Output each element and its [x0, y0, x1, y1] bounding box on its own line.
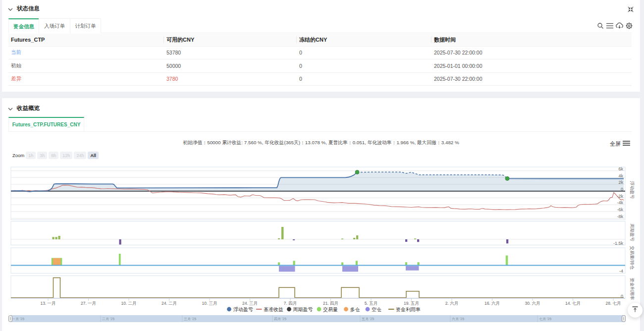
- svg-text:资金利用率: 资金利用率: [630, 278, 635, 300]
- svg-text:四月 ′25: 四月 ′25: [274, 317, 286, 321]
- svg-text:资金利用率: 资金利用率: [396, 307, 421, 312]
- svg-text:七月 ′25: 七月 ′25: [539, 317, 551, 321]
- svg-text:24. 三月: 24. 三月: [242, 301, 258, 306]
- svg-text:2k: 2k: [618, 180, 623, 185]
- svg-text:10. 二月: 10. 二月: [121, 301, 136, 306]
- svg-text:多仓: 多仓: [350, 307, 360, 312]
- svg-text:-8k: -8k: [617, 214, 623, 219]
- svg-text:周期盈亏: 周期盈亏: [630, 223, 635, 241]
- svg-text:27. 一月: 27. 一月: [81, 301, 96, 306]
- svg-text:浮动盈亏: 浮动盈亏: [233, 307, 253, 312]
- svg-text:基准收益: 基准收益: [264, 307, 283, 312]
- svg-text:五月 ′25: 五月 ′25: [362, 317, 374, 321]
- svg-text:16. 六月: 16. 六月: [484, 301, 500, 306]
- svg-text:-4k: -4k: [617, 200, 623, 205]
- svg-text:7. 四月: 7. 四月: [284, 301, 297, 306]
- svg-text:浮动盈亏: 浮动盈亏: [630, 181, 635, 199]
- svg-text:三月 ′25: 三月 ′25: [184, 317, 196, 321]
- svg-text:30. 六月: 30. 六月: [525, 301, 540, 306]
- svg-text:周期盈亏: 周期盈亏: [293, 307, 313, 312]
- svg-text:-4: -4: [619, 269, 623, 274]
- svg-text:5. 五月: 5. 五月: [365, 301, 377, 306]
- svg-text:交易量/持仓: 交易量/持仓: [630, 246, 635, 270]
- svg-text:28. 七月: 28. 七月: [605, 301, 621, 306]
- svg-text:空仓: 空仓: [372, 307, 381, 312]
- svg-text:交易量: 交易量: [323, 307, 338, 312]
- svg-text:10. 三月: 10. 三月: [202, 301, 217, 306]
- svg-text:19. 五月: 19. 五月: [404, 301, 419, 306]
- svg-text:-1.5k: -1.5k: [613, 241, 624, 246]
- svg-text:21. 四月: 21. 四月: [323, 301, 338, 306]
- svg-text:-6k: -6k: [617, 207, 623, 212]
- svg-text:14. 七月: 14. 七月: [565, 301, 581, 306]
- svg-text:0: 0: [621, 187, 623, 192]
- svg-text:24. 二月: 24. 二月: [161, 301, 177, 306]
- svg-text:六月 ′25: 六月 ′25: [452, 317, 464, 321]
- svg-text:2. 六月: 2. 六月: [445, 301, 458, 306]
- svg-text:二月 ′25: 二月 ′25: [102, 317, 114, 321]
- svg-text:4k: 4k: [618, 173, 623, 178]
- svg-text:一月 ′25: 一月 ′25: [12, 317, 24, 321]
- svg-text:-2k: -2k: [617, 194, 623, 199]
- svg-text:13. 一月: 13. 一月: [40, 301, 55, 306]
- svg-text:6k: 6k: [618, 166, 623, 171]
